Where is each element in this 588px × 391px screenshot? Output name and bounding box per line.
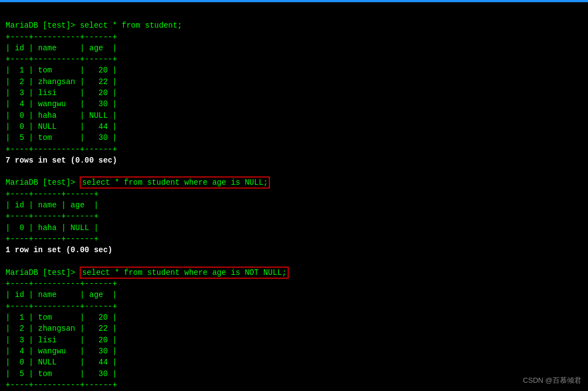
output-block-1: +----+----------+------+ | id | name | a… [6, 33, 117, 154]
command-highlight-2: select * from student where age is NOT N… [80, 267, 289, 279]
prompt-2: MariaDB [test]> select * from student wh… [6, 176, 270, 189]
output-block-3: +----+----------+------+ | id | name | a… [6, 279, 117, 389]
top-bar [0, 0, 588, 2]
command-highlight-1: select * from student where age is NULL; [80, 176, 270, 189]
output-block-2: +----+------+------+ | id | name | age |… [6, 190, 98, 243]
terminal-content: MariaDB [test]> select * from student; +… [6, 4, 582, 391]
prompt-3: MariaDB [test]> select * from student wh… [6, 267, 289, 279]
result-1: 7 rows in set (0.00 sec) [6, 156, 117, 165]
result-2: 1 row in set (0.00 sec) [6, 246, 112, 254]
terminal: MariaDB [test]> select * from student; +… [0, 0, 588, 391]
prompt-1: MariaDB [test]> select * from student; [6, 21, 182, 30]
watermark: CSDN @百慕倾君 [523, 376, 581, 385]
